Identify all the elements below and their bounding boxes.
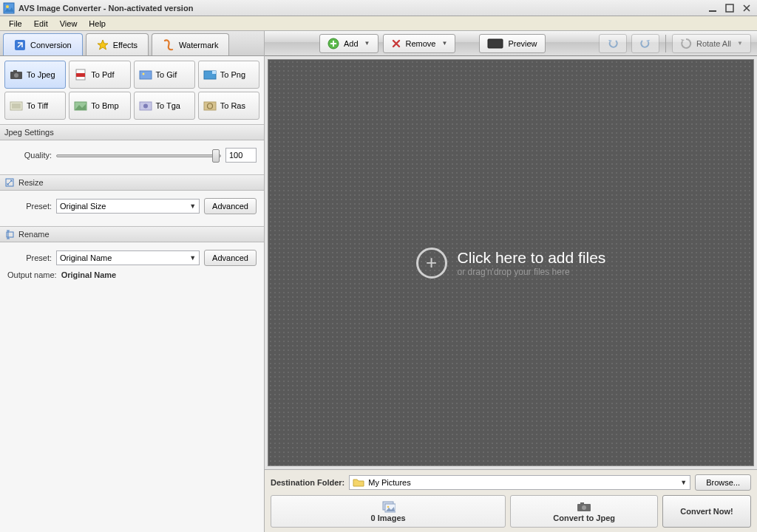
format-to-bmp[interactable]: To Bmp xyxy=(69,92,130,120)
rename-preset-label: Preset: xyxy=(7,253,52,262)
status-convert-target: Convert to Jpeg xyxy=(510,495,658,528)
format-to-ras[interactable]: To Ras xyxy=(198,92,259,120)
rename-preset-select[interactable]: Original Name ▼ xyxy=(56,250,200,265)
browse-button[interactable]: Browse... xyxy=(695,474,751,491)
rename-advanced-button[interactable]: Advanced xyxy=(204,250,257,266)
svg-rect-13 xyxy=(212,71,216,74)
drop-zone[interactable]: + Click here to add files or drag'n'drop… xyxy=(268,59,754,466)
plus-circle-icon: + xyxy=(416,248,447,279)
minimize-button[interactable] xyxy=(705,2,720,14)
menubar: File Edit View Help xyxy=(0,16,757,31)
gif-icon xyxy=(139,69,152,81)
rotate-right-icon xyxy=(639,38,651,50)
pdf-icon xyxy=(74,69,87,81)
svg-point-1 xyxy=(6,5,9,8)
format-to-tga[interactable]: To Tga xyxy=(134,92,195,120)
section-rename[interactable]: Rename xyxy=(0,226,264,242)
svg-point-29 xyxy=(582,505,586,510)
section-resize[interactable]: Resize xyxy=(0,174,264,191)
svg-rect-9 xyxy=(76,73,85,77)
format-to-pdf[interactable]: To Pdf xyxy=(69,61,130,89)
chevron-down-icon: ▼ xyxy=(737,40,743,47)
quality-label: Quality: xyxy=(7,151,52,160)
chevron-down-icon: ▼ xyxy=(189,254,196,262)
close-button[interactable] xyxy=(739,2,754,14)
add-button[interactable]: Add ▼ xyxy=(319,34,378,53)
svg-point-6 xyxy=(14,73,18,78)
menu-edit[interactable]: Edit xyxy=(28,18,54,30)
tga-icon xyxy=(139,100,152,112)
ras-icon xyxy=(203,100,217,112)
left-panel: Conversion Effects Watermark To Jpeg To … xyxy=(0,31,265,532)
rotate-all-icon xyxy=(680,38,692,50)
chevron-down-icon: ▼ xyxy=(680,479,687,486)
tiff-icon xyxy=(10,100,23,112)
tab-conversion[interactable]: Conversion xyxy=(3,33,83,55)
menu-help[interactable]: Help xyxy=(83,18,112,30)
remove-button[interactable]: Remove ▼ xyxy=(383,34,456,53)
format-grid: To Jpeg To Pdf To Gif To Png To Tiff To … xyxy=(0,56,264,124)
preview-button[interactable]: Preview xyxy=(479,34,545,53)
camera-icon xyxy=(10,69,23,81)
x-icon xyxy=(391,38,401,49)
menu-file[interactable]: File xyxy=(3,18,28,30)
rename-icon xyxy=(4,229,15,239)
rotate-right-button[interactable] xyxy=(631,34,659,53)
app-icon xyxy=(3,2,15,14)
svg-rect-2 xyxy=(709,10,716,12)
svg-rect-30 xyxy=(580,502,584,505)
tab-label: Conversion xyxy=(30,41,72,50)
window-title: AVS Image Converter - Non-activated vers… xyxy=(18,4,705,13)
bmp-icon xyxy=(74,100,87,112)
tab-label: Watermark xyxy=(179,41,218,50)
tab-watermark[interactable]: Watermark xyxy=(152,33,229,55)
section-jpeg-settings: Jpeg Settings xyxy=(0,124,264,140)
resize-preset-select[interactable]: Original Size ▼ xyxy=(56,199,200,214)
quality-input[interactable] xyxy=(225,148,257,163)
right-toolbar: Add ▼ Remove ▼ Preview R xyxy=(265,31,757,56)
drop-subtitle: or drag'n'drop your files here xyxy=(458,267,606,277)
conversion-icon xyxy=(14,39,26,51)
svg-rect-24 xyxy=(488,39,503,48)
svg-rect-7 xyxy=(13,70,17,72)
chevron-down-icon: ▼ xyxy=(364,40,370,47)
folder-icon xyxy=(353,477,364,488)
convert-now-button[interactable]: Convert Now! xyxy=(662,495,751,528)
output-name-label: Output name: xyxy=(7,270,57,279)
resize-icon xyxy=(4,177,15,188)
destination-label: Destination Folder: xyxy=(271,478,344,487)
preview-icon xyxy=(487,38,503,49)
rotate-left-icon xyxy=(607,38,619,50)
format-to-png[interactable]: To Png xyxy=(198,61,259,89)
bottom-bar: Destination Folder: My Pictures ▼ Browse… xyxy=(265,469,757,532)
menu-view[interactable]: View xyxy=(54,18,84,30)
maximize-button[interactable] xyxy=(722,2,737,14)
right-panel: Add ▼ Remove ▼ Preview R xyxy=(265,31,757,532)
star-icon xyxy=(97,39,109,51)
status-images: 0 Images xyxy=(271,495,506,528)
resize-preset-label: Preset: xyxy=(7,202,52,211)
chevron-down-icon: ▼ xyxy=(189,202,196,210)
plus-icon xyxy=(327,38,339,50)
drop-title: Click here to add files xyxy=(458,249,606,267)
resize-advanced-button[interactable]: Advanced xyxy=(204,198,257,214)
rotate-left-button[interactable] xyxy=(599,34,627,53)
left-tabs: Conversion Effects Watermark xyxy=(0,31,264,56)
svg-point-18 xyxy=(143,104,148,109)
rotate-all-button[interactable]: Rotate All ▼ xyxy=(672,34,751,53)
quality-slider[interactable] xyxy=(56,148,221,163)
tab-effects[interactable]: Effects xyxy=(86,33,149,55)
output-name-value: Original Name xyxy=(61,270,117,279)
destination-select[interactable]: My Pictures ▼ xyxy=(349,475,690,490)
svg-point-11 xyxy=(142,73,144,75)
svg-rect-22 xyxy=(7,232,13,237)
format-to-gif[interactable]: To Gif xyxy=(134,61,195,89)
titlebar: AVS Image Converter - Non-activated vers… xyxy=(0,0,757,16)
format-to-tiff[interactable]: To Tiff xyxy=(4,92,66,120)
camera-icon xyxy=(577,501,591,513)
svg-rect-15 xyxy=(12,103,21,109)
svg-rect-10 xyxy=(140,71,152,79)
tab-label: Effects xyxy=(113,41,138,50)
chevron-down-icon: ▼ xyxy=(441,40,447,47)
format-to-jpeg[interactable]: To Jpeg xyxy=(4,61,66,89)
